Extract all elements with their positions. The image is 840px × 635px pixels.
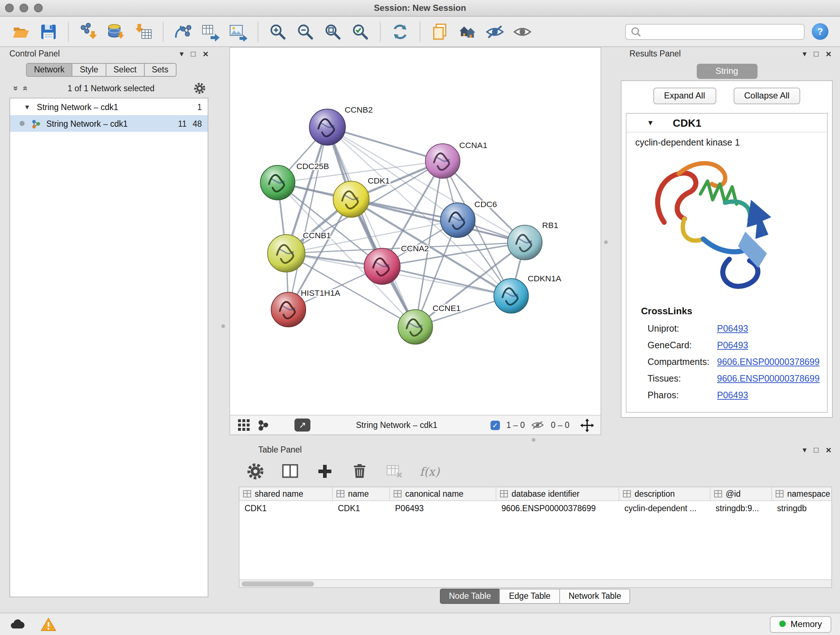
network-node-ccna2[interactable] <box>364 249 401 285</box>
tab-sets[interactable]: Sets <box>144 63 176 77</box>
left-splitter-handle[interactable] <box>221 325 225 328</box>
scrollbar-thumb[interactable] <box>242 581 314 586</box>
network-node-cdk1[interactable] <box>333 181 369 218</box>
tab-network[interactable]: Network <box>26 63 73 77</box>
network-edge[interactable] <box>382 266 511 296</box>
crosslink-value-link[interactable]: P06493 <box>717 323 748 333</box>
network-edge[interactable] <box>327 127 415 327</box>
pan-crosshair-icon[interactable] <box>580 418 594 432</box>
help-button[interactable]: ? <box>812 23 829 40</box>
network-node-cdkn1a[interactable] <box>494 279 529 313</box>
graphics-details-button[interactable] <box>511 20 534 43</box>
table-cell[interactable]: P06493 <box>390 501 496 516</box>
network-node-ccnb2[interactable] <box>309 109 346 145</box>
selected-checkbox[interactable]: ✓ <box>491 420 500 430</box>
column-header-database-identifier[interactable]: database identifier <box>496 487 619 500</box>
network-canvas[interactable]: CCNB2CCNA1CDC25BCDK1CDC6RB1CCNB1CCNA2CDK… <box>230 48 600 415</box>
column-header-namespace[interactable]: namespace <box>772 487 832 500</box>
close-panel-button[interactable]: × <box>826 445 831 454</box>
tab-style[interactable]: Style <box>73 63 106 77</box>
network-row-selected[interactable]: String Network – cdk1 11 48 <box>10 115 208 132</box>
crosslink-value-link[interactable]: 9606.ENSP00000378699 <box>717 373 820 383</box>
collapse-panel-button[interactable]: ▾ <box>802 50 806 57</box>
import-network-file-button[interactable] <box>77 20 100 43</box>
table-cell[interactable]: CDK1 <box>240 501 333 516</box>
warning-icon[interactable] <box>41 617 57 631</box>
open-session-button[interactable] <box>9 20 33 43</box>
refresh-button[interactable] <box>388 20 412 43</box>
column-header-shared-name[interactable]: shared name <box>240 487 333 500</box>
horizontal-scrollbar[interactable] <box>240 579 831 587</box>
zoom-selected-button[interactable] <box>349 20 372 43</box>
table-cell[interactable]: stringdb <box>772 501 832 516</box>
table-cell[interactable]: stringdb:9... <box>711 501 772 516</box>
zoom-fit-button[interactable] <box>321 20 344 43</box>
network-node-rb1[interactable] <box>508 225 542 260</box>
expand-all-button[interactable]: Expand All <box>653 88 716 104</box>
memory-button[interactable]: Memory <box>769 616 831 632</box>
collapse-panel-button[interactable]: ▾ <box>802 446 806 454</box>
horizontal-splitter-handle[interactable] <box>532 438 535 442</box>
network-node-ccnb1[interactable] <box>268 234 305 272</box>
tree-expand-icon[interactable]: ▼ <box>24 103 30 111</box>
save-session-button[interactable] <box>37 20 60 43</box>
tab-select[interactable]: Select <box>106 63 145 77</box>
window-minimize-button[interactable] <box>19 4 28 12</box>
import-network-database-button[interactable] <box>104 20 127 43</box>
zoom-in-button[interactable] <box>266 20 289 43</box>
close-panel-button[interactable]: × <box>826 49 831 58</box>
export-network-button[interactable] <box>172 20 195 43</box>
table-settings-gear-icon[interactable] <box>246 462 265 481</box>
string-home-button[interactable] <box>456 20 479 43</box>
tab-string[interactable]: String <box>696 64 757 79</box>
network-node-ccna1[interactable] <box>425 144 460 179</box>
network-collection-row[interactable]: ▼ String Network – cdk1 1 <box>10 98 208 115</box>
table-cell[interactable]: CDK1 <box>333 501 390 516</box>
network-overview-icon[interactable] <box>257 419 269 431</box>
crosslink-value-link[interactable]: P06493 <box>717 340 748 350</box>
tab-network-table[interactable]: Network Table <box>559 589 630 604</box>
float-panel-button[interactable]: □ <box>814 446 819 454</box>
export-view-button[interactable]: ↗ <box>294 418 310 432</box>
column-header-name[interactable]: name <box>333 487 390 500</box>
duplicate-document-button[interactable] <box>428 20 452 43</box>
delete-column-trash-icon[interactable] <box>350 462 369 481</box>
zoom-out-button[interactable] <box>294 20 317 43</box>
vertical-splitter-handle[interactable] <box>604 241 608 244</box>
function-builder-button[interactable]: f(x) <box>420 464 439 478</box>
grid-view-icon[interactable] <box>237 418 251 432</box>
import-table-file-button[interactable] <box>132 20 155 43</box>
column-header-@id[interactable]: @id <box>711 487 772 500</box>
table-cell[interactable]: cyclin-dependent ... <box>619 501 711 516</box>
gear-icon[interactable] <box>193 82 206 95</box>
window-zoom-button[interactable] <box>34 4 43 12</box>
network-node-cdc6[interactable] <box>441 203 475 238</box>
search-box[interactable] <box>625 24 805 40</box>
tab-edge-table[interactable]: Edge Table <box>500 589 560 604</box>
table-row[interactable]: CDK1CDK1P064939606.ENSP00000378699cyclin… <box>240 501 831 516</box>
crosslink-value-link[interactable]: P06493 <box>717 390 748 400</box>
crosslink-value-link[interactable]: 9606.ENSP00000378699 <box>717 356 820 367</box>
export-table-button[interactable] <box>199 20 222 43</box>
close-panel-button[interactable]: × <box>203 49 208 58</box>
labels-visibility-button[interactable] <box>483 20 507 43</box>
window-close-button[interactable] <box>5 4 14 12</box>
table-cell[interactable]: 9606.ENSP00000378699 <box>496 501 619 516</box>
float-panel-button[interactable]: □ <box>814 50 819 57</box>
add-column-icon[interactable] <box>316 462 334 481</box>
tab-node-table[interactable]: Node Table <box>439 589 500 604</box>
hidden-eye-icon[interactable] <box>531 420 545 430</box>
column-header-canonical-name[interactable]: canonical name <box>390 487 496 500</box>
export-image-button[interactable] <box>226 20 249 43</box>
column-header-description[interactable]: description <box>619 487 711 500</box>
collapse-all-button[interactable]: Collapse All <box>733 88 800 104</box>
cloud-icon[interactable] <box>9 617 26 631</box>
show-columns-icon[interactable] <box>281 462 300 481</box>
network-node-ccne1[interactable] <box>398 310 433 344</box>
float-panel-button[interactable]: □ <box>191 50 196 57</box>
collapse-panel-button[interactable]: ▾ <box>180 50 183 57</box>
search-input[interactable] <box>645 27 799 36</box>
collapse-section-icon[interactable]: ▼ <box>647 119 654 127</box>
protein-header[interactable]: ▼ CDK1 <box>627 114 827 133</box>
network-node-cdc25b[interactable] <box>261 165 295 200</box>
